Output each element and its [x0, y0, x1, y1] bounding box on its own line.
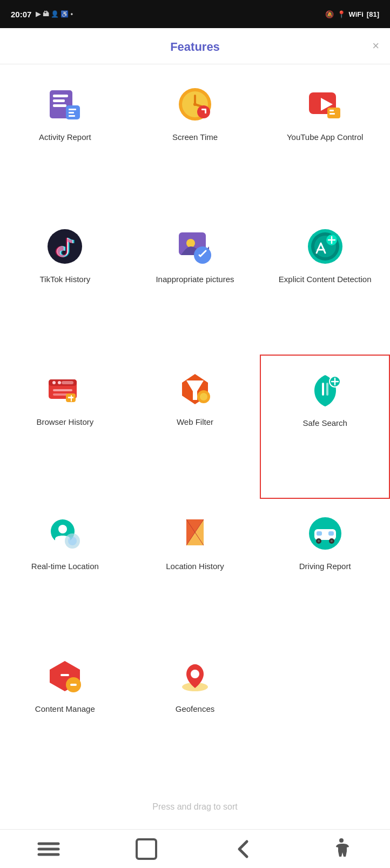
location-history-icon: [176, 514, 214, 553]
battery-icon: [81]: [367, 10, 379, 18]
web-filter-icon: [176, 370, 214, 409]
status-right: 🔕 📍 WiFi [81]: [325, 10, 379, 18]
youtube-app-control-label: YouTube App Control: [287, 131, 364, 143]
nav-back[interactable]: [231, 836, 257, 862]
svg-rect-65: [70, 684, 77, 686]
svg-point-72: [339, 838, 344, 843]
browser-history-icon: [45, 370, 84, 409]
location-history-label: Location History: [166, 560, 224, 572]
feature-item-content-manage[interactable]: Content Manage: [0, 642, 130, 784]
geofences-icon: [176, 657, 214, 696]
wifi-icon: WiFi: [349, 10, 364, 18]
svg-rect-6: [69, 112, 74, 113]
nav-menu[interactable]: [36, 836, 62, 862]
safe-search-icon: [306, 371, 345, 410]
realtime-location-icon: [45, 514, 84, 553]
svg-rect-18: [330, 113, 335, 115]
svg-rect-71: [137, 839, 156, 859]
feature-item-geofences[interactable]: Geofences: [130, 642, 260, 784]
feature-item-realtime-location[interactable]: Real-time Location: [0, 499, 130, 641]
screen-time-label: Screen Time: [172, 131, 218, 143]
svg-point-32: [52, 381, 56, 384]
nav-home[interactable]: [133, 836, 159, 862]
inappropriate-pictures-icon: [176, 227, 214, 266]
svg-point-11: [197, 105, 210, 118]
feature-item-driving-report[interactable]: Driving Report: [260, 499, 390, 641]
svg-rect-17: [330, 110, 334, 111]
close-button[interactable]: ×: [372, 40, 379, 52]
feature-item-tiktok-history[interactable]: TikTok History: [0, 212, 130, 354]
svg-point-21: [186, 239, 195, 248]
svg-point-33: [58, 381, 61, 384]
svg-point-62: [331, 540, 333, 542]
svg-point-50: [68, 537, 77, 545]
driving-report-label: Driving Report: [299, 560, 351, 572]
svg-rect-57: [317, 531, 322, 536]
feature-item-safe-search[interactable]: Safe Search: [260, 355, 390, 499]
svg-point-67: [191, 670, 199, 678]
feature-item-web-filter[interactable]: Web Filter: [130, 355, 260, 499]
status-icons: ▶ 🏔 👤 ♿ •: [36, 10, 73, 18]
browser-history-label: Browser History: [36, 416, 93, 428]
features-grid: Activity Report Screen Time YouTube App …: [0, 64, 390, 789]
nav-accessibility[interactable]: [328, 836, 354, 862]
activity-report-label: Activity Report: [39, 131, 91, 143]
svg-rect-63: [60, 674, 69, 676]
svg-rect-13: [205, 109, 206, 113]
geofences-label: Geofences: [176, 703, 215, 715]
svg-rect-1: [53, 95, 68, 97]
svg-rect-3: [53, 104, 66, 107]
svg-rect-7: [69, 115, 75, 117]
feature-item-explicit-content-detection[interactable]: Explicit Content Detection: [260, 212, 390, 354]
svg-point-61: [318, 540, 320, 542]
mute-icon: 🔕: [325, 10, 334, 18]
main-content: Features × Activity Report Screen Time: [0, 28, 390, 829]
feature-item-screen-time[interactable]: Screen Time: [130, 70, 260, 212]
status-bar: 20:07 ▶ 🏔 👤 ♿ • 🔕 📍 WiFi [81]: [0, 0, 390, 28]
tiktok-history-label: TikTok History: [40, 273, 91, 285]
location-icon: 📍: [337, 10, 346, 18]
drag-hint: Press and drag to sort: [0, 789, 390, 829]
feature-item-activity-report[interactable]: Activity Report: [0, 70, 130, 212]
tiktok-history-icon: [45, 227, 84, 266]
content-manage-icon: [45, 657, 84, 696]
realtime-location-label: Real-time Location: [31, 560, 99, 572]
feature-item-browser-history[interactable]: Browser History: [0, 355, 130, 499]
svg-rect-43: [326, 383, 328, 396]
header: Features ×: [0, 28, 390, 64]
explicit-content-detection-icon: [306, 227, 345, 266]
status-time: 20:07: [11, 10, 31, 19]
safe-search-label: Safe Search: [302, 417, 347, 429]
svg-rect-2: [53, 99, 65, 102]
content-manage-label: Content Manage: [35, 703, 95, 715]
svg-rect-34: [62, 381, 73, 384]
activity-report-icon: [45, 85, 84, 124]
svg-rect-5: [69, 109, 76, 110]
explicit-content-detection-label: Explicit Content Detection: [279, 273, 372, 285]
feature-item-youtube-app-control[interactable]: YouTube App Control: [260, 70, 390, 212]
driving-report-icon: [306, 514, 345, 553]
feature-item-location-history[interactable]: Location History: [130, 499, 260, 641]
svg-rect-35: [53, 389, 72, 391]
inappropriate-pictures-label: Inappropriate pictures: [156, 273, 234, 285]
svg-rect-58: [328, 531, 334, 536]
status-left: 20:07 ▶ 🏔 👤 ♿ •: [11, 10, 73, 19]
svg-rect-42: [322, 383, 324, 396]
svg-point-10: [193, 103, 197, 106]
svg-point-48: [58, 525, 67, 533]
page-title: Features: [170, 40, 220, 54]
svg-rect-36: [53, 393, 68, 396]
youtube-app-control-icon: [306, 85, 345, 124]
svg-point-41: [200, 393, 207, 400]
feature-item-inappropriate-pictures[interactable]: Inappropriate pictures: [130, 212, 260, 354]
screen-time-icon: [176, 85, 214, 124]
bottom-nav: [0, 829, 390, 868]
web-filter-label: Web Filter: [177, 416, 213, 428]
